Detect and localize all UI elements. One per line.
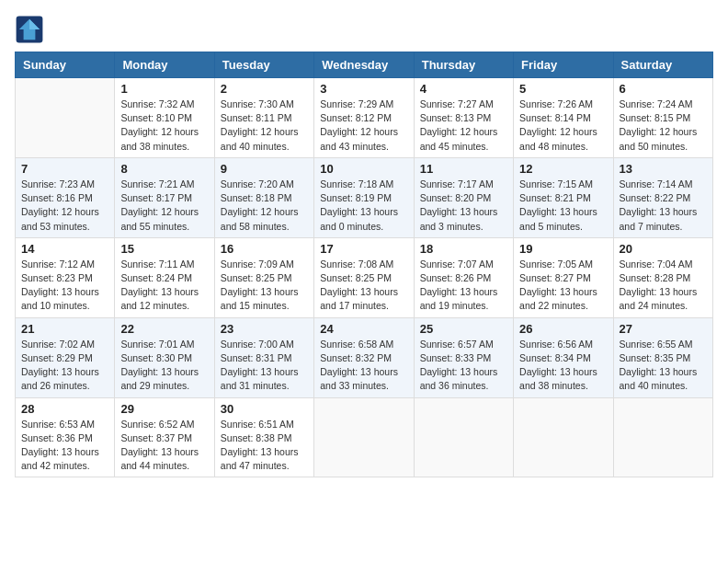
calendar-cell: 15Sunrise: 7:11 AMSunset: 8:24 PMDayligh… <box>115 237 214 317</box>
page-header <box>15 15 713 44</box>
day-number: 21 <box>21 322 108 336</box>
calendar-day-header: Friday <box>514 52 613 78</box>
day-number: 29 <box>120 402 208 416</box>
day-number: 13 <box>620 162 707 176</box>
day-info: Sunrise: 7:01 AMSunset: 8:30 PMDaylight:… <box>120 338 208 394</box>
calendar-cell: 17Sunrise: 7:08 AMSunset: 8:25 PMDayligh… <box>314 237 414 317</box>
calendar-cell: 10Sunrise: 7:18 AMSunset: 8:19 PMDayligh… <box>314 157 414 237</box>
calendar-cell: 6Sunrise: 7:24 AMSunset: 8:15 PMDaylight… <box>613 78 712 158</box>
day-info: Sunrise: 7:08 AMSunset: 8:25 PMDaylight:… <box>320 258 407 314</box>
day-number: 28 <box>21 402 108 416</box>
calendar-week-row: 7Sunrise: 7:23 AMSunset: 8:16 PMDaylight… <box>16 157 713 237</box>
calendar-cell: 11Sunrise: 7:17 AMSunset: 8:20 PMDayligh… <box>414 157 513 237</box>
calendar-day-header: Wednesday <box>314 52 414 78</box>
day-info: Sunrise: 7:20 AMSunset: 8:18 PMDaylight:… <box>221 178 308 234</box>
day-info: Sunrise: 6:56 AMSunset: 8:34 PMDaylight:… <box>519 338 607 394</box>
calendar-cell: 1Sunrise: 7:32 AMSunset: 8:10 PMDaylight… <box>115 78 214 158</box>
day-info: Sunrise: 6:52 AMSunset: 8:37 PMDaylight:… <box>120 418 208 474</box>
day-info: Sunrise: 7:17 AMSunset: 8:20 PMDaylight:… <box>420 178 507 234</box>
calendar-cell: 21Sunrise: 7:02 AMSunset: 8:29 PMDayligh… <box>16 317 115 397</box>
day-number: 3 <box>320 82 407 96</box>
day-number: 27 <box>620 322 707 336</box>
calendar-cell: 4Sunrise: 7:27 AMSunset: 8:13 PMDaylight… <box>414 78 513 158</box>
day-info: Sunrise: 7:21 AMSunset: 8:17 PMDaylight:… <box>120 178 208 234</box>
day-info: Sunrise: 7:15 AMSunset: 8:21 PMDaylight:… <box>519 178 607 234</box>
day-number: 26 <box>519 322 607 336</box>
day-info: Sunrise: 7:26 AMSunset: 8:14 PMDaylight:… <box>519 98 607 154</box>
day-number: 30 <box>221 402 308 416</box>
calendar-week-row: 21Sunrise: 7:02 AMSunset: 8:29 PMDayligh… <box>16 317 713 397</box>
day-number: 18 <box>420 242 507 256</box>
day-number: 12 <box>519 162 607 176</box>
day-info: Sunrise: 7:00 AMSunset: 8:31 PMDaylight:… <box>221 338 308 394</box>
calendar-cell: 29Sunrise: 6:52 AMSunset: 8:37 PMDayligh… <box>115 397 214 477</box>
day-info: Sunrise: 6:51 AMSunset: 8:38 PMDaylight:… <box>221 418 308 474</box>
calendar-cell: 7Sunrise: 7:23 AMSunset: 8:16 PMDaylight… <box>16 157 115 237</box>
day-number: 7 <box>21 162 108 176</box>
calendar-cell: 14Sunrise: 7:12 AMSunset: 8:23 PMDayligh… <box>16 237 115 317</box>
day-info: Sunrise: 7:23 AMSunset: 8:16 PMDaylight:… <box>21 178 108 234</box>
day-info: Sunrise: 7:29 AMSunset: 8:12 PMDaylight:… <box>320 98 407 154</box>
day-info: Sunrise: 6:53 AMSunset: 8:36 PMDaylight:… <box>21 418 108 474</box>
calendar-cell <box>314 397 414 477</box>
calendar-cell: 3Sunrise: 7:29 AMSunset: 8:12 PMDaylight… <box>314 78 414 158</box>
calendar-header-row: SundayMondayTuesdayWednesdayThursdayFrid… <box>16 52 713 78</box>
day-number: 9 <box>221 162 308 176</box>
calendar-cell: 26Sunrise: 6:56 AMSunset: 8:34 PMDayligh… <box>514 317 613 397</box>
calendar-day-header: Thursday <box>414 52 513 78</box>
calendar-week-row: 14Sunrise: 7:12 AMSunset: 8:23 PMDayligh… <box>16 237 713 317</box>
calendar-cell: 12Sunrise: 7:15 AMSunset: 8:21 PMDayligh… <box>514 157 613 237</box>
day-info: Sunrise: 7:27 AMSunset: 8:13 PMDaylight:… <box>420 98 507 154</box>
calendar-cell: 23Sunrise: 7:00 AMSunset: 8:31 PMDayligh… <box>214 317 313 397</box>
day-number: 19 <box>519 242 607 256</box>
calendar-cell: 28Sunrise: 6:53 AMSunset: 8:36 PMDayligh… <box>16 397 115 477</box>
logo <box>15 15 48 44</box>
day-number: 11 <box>420 162 507 176</box>
day-number: 25 <box>420 322 507 336</box>
day-number: 10 <box>320 162 407 176</box>
day-number: 4 <box>420 82 507 96</box>
calendar-cell: 13Sunrise: 7:14 AMSunset: 8:22 PMDayligh… <box>613 157 712 237</box>
calendar-cell: 22Sunrise: 7:01 AMSunset: 8:30 PMDayligh… <box>115 317 214 397</box>
day-info: Sunrise: 7:18 AMSunset: 8:19 PMDaylight:… <box>320 178 407 234</box>
calendar-table: SundayMondayTuesdayWednesdayThursdayFrid… <box>15 52 713 477</box>
day-info: Sunrise: 6:58 AMSunset: 8:32 PMDaylight:… <box>320 338 407 394</box>
calendar-cell: 8Sunrise: 7:21 AMSunset: 8:17 PMDaylight… <box>115 157 214 237</box>
day-info: Sunrise: 7:11 AMSunset: 8:24 PMDaylight:… <box>120 258 208 314</box>
calendar-cell: 30Sunrise: 6:51 AMSunset: 8:38 PMDayligh… <box>214 397 313 477</box>
day-number: 6 <box>620 82 707 96</box>
day-info: Sunrise: 7:02 AMSunset: 8:29 PMDaylight:… <box>21 338 108 394</box>
day-number: 2 <box>221 82 308 96</box>
calendar-cell: 25Sunrise: 6:57 AMSunset: 8:33 PMDayligh… <box>414 317 513 397</box>
calendar-day-header: Sunday <box>16 52 115 78</box>
day-info: Sunrise: 6:55 AMSunset: 8:35 PMDaylight:… <box>620 338 707 394</box>
day-info: Sunrise: 6:57 AMSunset: 8:33 PMDaylight:… <box>420 338 507 394</box>
day-number: 16 <box>221 242 308 256</box>
day-number: 20 <box>620 242 707 256</box>
calendar-cell: 19Sunrise: 7:05 AMSunset: 8:27 PMDayligh… <box>514 237 613 317</box>
day-number: 1 <box>120 82 208 96</box>
day-number: 15 <box>120 242 208 256</box>
day-number: 22 <box>120 322 208 336</box>
calendar-cell <box>414 397 513 477</box>
calendar-cell: 9Sunrise: 7:20 AMSunset: 8:18 PMDaylight… <box>214 157 313 237</box>
calendar-day-header: Tuesday <box>214 52 313 78</box>
day-number: 14 <box>21 242 108 256</box>
day-info: Sunrise: 7:30 AMSunset: 8:11 PMDaylight:… <box>221 98 308 154</box>
day-info: Sunrise: 7:05 AMSunset: 8:27 PMDaylight:… <box>519 258 607 314</box>
day-number: 24 <box>320 322 407 336</box>
calendar-cell: 16Sunrise: 7:09 AMSunset: 8:25 PMDayligh… <box>214 237 313 317</box>
day-number: 23 <box>221 322 308 336</box>
calendar-cell <box>613 397 712 477</box>
calendar-cell: 18Sunrise: 7:07 AMSunset: 8:26 PMDayligh… <box>414 237 513 317</box>
day-info: Sunrise: 7:12 AMSunset: 8:23 PMDaylight:… <box>21 258 108 314</box>
day-info: Sunrise: 7:32 AMSunset: 8:10 PMDaylight:… <box>120 98 208 154</box>
calendar-cell: 5Sunrise: 7:26 AMSunset: 8:14 PMDaylight… <box>514 78 613 158</box>
calendar-week-row: 1Sunrise: 7:32 AMSunset: 8:10 PMDaylight… <box>16 78 713 158</box>
day-number: 5 <box>519 82 607 96</box>
calendar-day-header: Saturday <box>613 52 712 78</box>
day-number: 17 <box>320 242 407 256</box>
logo-icon <box>15 15 44 44</box>
calendar-day-header: Monday <box>115 52 214 78</box>
day-info: Sunrise: 7:24 AMSunset: 8:15 PMDaylight:… <box>620 98 707 154</box>
